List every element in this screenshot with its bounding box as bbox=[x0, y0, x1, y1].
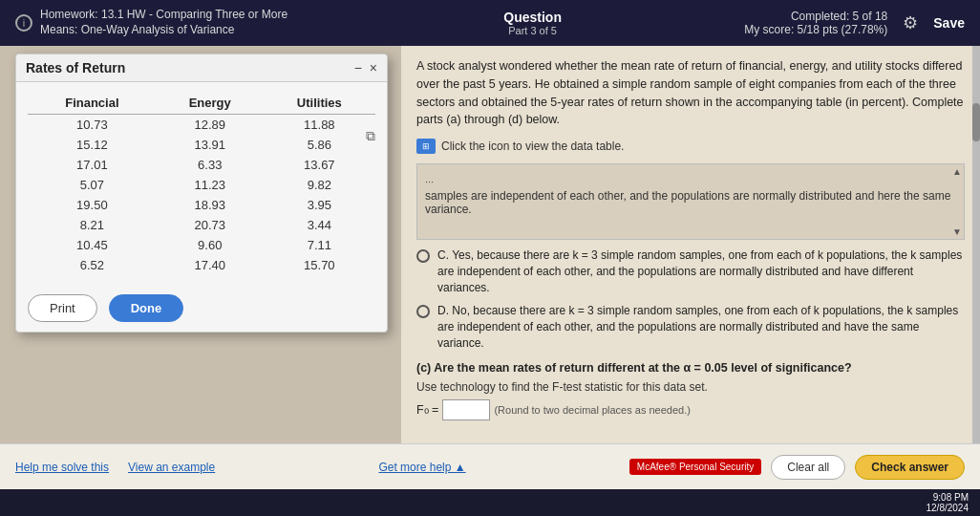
check-answer-button[interactable]: Check answer bbox=[855, 455, 965, 480]
table-cell: 6.33 bbox=[157, 155, 264, 175]
option-c-row[interactable]: C. Yes, because there are k = 3 simple r… bbox=[416, 247, 965, 295]
f0-row: F₀ = (Round to two decimal places as nee… bbox=[416, 399, 965, 420]
click-icon-text: Click the icon to view the data table. bbox=[441, 140, 624, 153]
table-cell: 3.95 bbox=[264, 195, 375, 215]
col-financial: Financial bbox=[28, 92, 157, 115]
table-cell: 9.60 bbox=[157, 235, 264, 255]
top-bar-center: Question Part 3 of 5 bbox=[503, 10, 562, 36]
table-cell: 3.44 bbox=[264, 215, 375, 235]
table-cell: 5.07 bbox=[28, 175, 157, 195]
table-cell: 9.82 bbox=[264, 175, 375, 195]
table-cell: 15.70 bbox=[264, 255, 375, 275]
table-cell: 13.91 bbox=[157, 135, 264, 155]
scroll-area: ··· samples are independent of each othe… bbox=[416, 163, 965, 240]
table-cell: 6.52 bbox=[28, 255, 157, 275]
table-row: 15.1213.915.86 bbox=[28, 135, 375, 155]
table-row: 19.5018.933.95 bbox=[28, 195, 375, 215]
scroll-up-icon[interactable]: ▲ bbox=[952, 166, 962, 177]
main-content: Rates of Return − × ⧉ Financial Energy U… bbox=[0, 46, 980, 470]
dialog-close-button[interactable]: × bbox=[370, 60, 377, 75]
option-c-text: C. Yes, because there are k = 3 simple r… bbox=[437, 247, 965, 295]
question-body: A stock analyst wondered whether the mea… bbox=[416, 57, 965, 129]
question-part: Part 3 of 5 bbox=[503, 25, 562, 36]
scroll-down-icon[interactable]: ▼ bbox=[952, 226, 962, 237]
option-d-radio[interactable] bbox=[416, 305, 430, 318]
option-d-text: D. No, because there are k = 3 simple ra… bbox=[437, 303, 965, 351]
scroll-text: samples are independent of each other, a… bbox=[425, 189, 956, 216]
rates-of-return-dialog: Rates of Return − × ⧉ Financial Energy U… bbox=[15, 54, 388, 333]
table-cell: 17.01 bbox=[28, 155, 157, 175]
table-cell: 10.45 bbox=[28, 235, 157, 255]
table-cell: 17.40 bbox=[157, 255, 264, 275]
copy-icon[interactable]: ⧉ bbox=[366, 128, 375, 144]
table-cell: 7.11 bbox=[264, 235, 375, 255]
hw-title: Homework: 13.1 HW - Comparing Three or M… bbox=[40, 8, 321, 37]
score-text: Completed: 5 of 18 My score: 5/18 pts (2… bbox=[744, 10, 887, 36]
table-cell: 13.67 bbox=[264, 155, 375, 175]
table-cell: 19.50 bbox=[28, 195, 157, 215]
print-button[interactable]: Print bbox=[28, 294, 97, 322]
table-row: 10.7312.8911.88 bbox=[28, 115, 375, 136]
dialog-body: ⧉ Financial Energy Utilities 10.7312.891… bbox=[16, 82, 387, 285]
table-cell: 8.21 bbox=[28, 215, 157, 235]
click-icon-row: ⊞ Click the icon to view the data table. bbox=[416, 139, 965, 154]
right-scrollbar[interactable] bbox=[972, 46, 980, 470]
bottom-bar: Help me solve this View an example Get m… bbox=[0, 443, 980, 489]
clear-all-button[interactable]: Clear all bbox=[771, 455, 845, 480]
f0-note: (Round to two decimal places as needed.) bbox=[494, 404, 690, 416]
table-cell: 11.23 bbox=[157, 175, 264, 195]
info-icon[interactable]: i bbox=[15, 14, 32, 32]
table-row: 17.016.3313.67 bbox=[28, 155, 375, 175]
table-cell: 5.86 bbox=[264, 135, 375, 155]
part-c-title: (c) Are the mean rates of return differe… bbox=[416, 361, 965, 375]
table-icon[interactable]: ⊞ bbox=[416, 139, 436, 154]
table-row: 10.459.607.11 bbox=[28, 235, 375, 255]
f0-input[interactable] bbox=[442, 399, 490, 420]
table-cell: 20.73 bbox=[157, 215, 264, 235]
dialog-footer: Print Done bbox=[16, 285, 387, 332]
table-cell: 15.12 bbox=[28, 135, 157, 155]
part-c-section: (c) Are the mean rates of return differe… bbox=[416, 361, 965, 420]
top-bar-left: i Homework: 13.1 HW - Comparing Three or… bbox=[15, 8, 321, 37]
save-button[interactable]: Save bbox=[933, 15, 965, 31]
done-button[interactable]: Done bbox=[109, 294, 184, 322]
table-cell: 11.88 bbox=[264, 115, 375, 136]
question-label: Question bbox=[503, 10, 562, 25]
taskbar: 9:08 PM 12/8/2024 bbox=[0, 489, 980, 516]
col-energy: Energy bbox=[157, 92, 264, 115]
table-cell: 10.73 bbox=[28, 115, 157, 136]
taskbar-time: 9:08 PM 12/8/2024 bbox=[927, 492, 969, 513]
table-cell: 12.89 bbox=[157, 115, 264, 136]
view-example-button[interactable]: View an example bbox=[128, 461, 215, 474]
option-c-radio[interactable] bbox=[416, 249, 430, 263]
get-more-help-button[interactable]: Get more help ▲ bbox=[378, 461, 465, 474]
bottom-right: McAfee® Personal Security Clear all Chec… bbox=[629, 455, 965, 480]
gear-icon[interactable]: ⚙ bbox=[903, 12, 918, 33]
bottom-left: Help me solve this View an example bbox=[15, 461, 215, 474]
table-row: 8.2120.733.44 bbox=[28, 215, 375, 235]
option-d-row[interactable]: D. No, because there are k = 3 simple ra… bbox=[416, 303, 965, 351]
data-table: Financial Energy Utilities 10.7312.8911.… bbox=[28, 92, 375, 275]
dialog-minimize-button[interactable]: − bbox=[354, 60, 362, 75]
f0-label: F₀ = bbox=[416, 402, 438, 417]
top-bar: i Homework: 13.1 HW - Comparing Three or… bbox=[0, 0, 980, 46]
question-panel: A stock analyst wondered whether the mea… bbox=[401, 46, 980, 470]
col-utilities: Utilities bbox=[264, 92, 375, 115]
options-area: C. Yes, because there are k = 3 simple r… bbox=[416, 247, 965, 352]
dialog-controls: − × bbox=[354, 60, 377, 75]
table-cell: 18.93 bbox=[157, 195, 264, 215]
help-me-solve-button[interactable]: Help me solve this bbox=[15, 461, 109, 474]
dialog-title: Rates of Return bbox=[26, 60, 125, 75]
table-row: 5.0711.239.82 bbox=[28, 175, 375, 195]
scrollbar-thumb[interactable] bbox=[972, 103, 980, 141]
top-bar-right: Completed: 5 of 18 My score: 5/18 pts (2… bbox=[744, 10, 965, 36]
f-test-text: Use technology to find the F-test statis… bbox=[416, 380, 965, 394]
table-row: 6.5217.4015.70 bbox=[28, 255, 375, 275]
dialog-title-bar: Rates of Return − × bbox=[16, 54, 387, 82]
mcafee-badge: McAfee® Personal Security bbox=[629, 459, 761, 475]
